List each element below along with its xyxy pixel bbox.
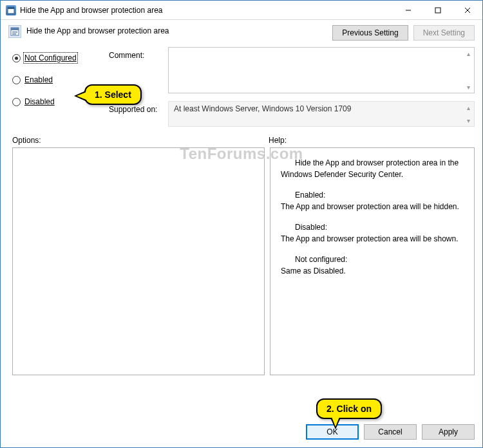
options-label: Options: (12, 136, 269, 145)
supported-on-value-box: At least Windows Server, Windows 10 Vers… (168, 101, 475, 127)
scroll-up-icon[interactable]: ▴ (464, 103, 473, 112)
minimize-button[interactable] (393, 1, 423, 20)
radio-icon (12, 98, 21, 106)
cancel-button[interactable]: Cancel (364, 424, 417, 440)
radio-not-configured[interactable]: Not Configured (12, 51, 109, 65)
help-line: Not configured: (281, 254, 464, 265)
radio-icon (12, 54, 21, 62)
apply-button[interactable]: Apply (422, 424, 475, 440)
title-bar: Hide the App and browser protection area (1, 1, 482, 20)
help-line: Enabled: (281, 189, 464, 201)
supported-on-value: At least Windows Server, Windows 10 Vers… (174, 104, 351, 113)
scroll-up-icon[interactable]: ▴ (464, 49, 473, 58)
annotation-select: 1. Select (84, 84, 142, 105)
panels: Hide the App and browser protection area… (1, 147, 482, 375)
window-controls (393, 1, 482, 20)
scroll-down-icon[interactable]: ▾ (464, 82, 473, 91)
scrollbar[interactable]: ▴ ▾ (464, 103, 473, 125)
annotation-click-on: 2. Click on (316, 398, 382, 419)
policy-icon (8, 25, 21, 38)
header: Hide the App and browser protection area… (1, 20, 482, 43)
scrollbar[interactable]: ▴ ▾ (464, 49, 473, 91)
next-setting-button[interactable]: Next Setting (413, 25, 475, 41)
help-label: Help: (269, 136, 287, 145)
window-title: Hide the App and browser protection area (20, 6, 162, 15)
help-panel: Hide the App and browser protection area… (270, 147, 475, 375)
svg-rect-3 (435, 8, 440, 13)
svg-rect-1 (8, 7, 14, 9)
help-line: Disabled: (281, 221, 464, 233)
help-paragraph: Not configured: Same as Disabled. (281, 254, 464, 277)
section-labels: Options: Help: (1, 127, 482, 147)
help-line: Same as Disabled. (281, 266, 346, 275)
fields: Comment: ▴ ▾ Supported on: At least Wind… (109, 47, 475, 127)
options-panel (12, 147, 265, 375)
policy-title: Hide the App and browser protection area (26, 25, 332, 35)
close-button[interactable] (453, 1, 482, 20)
scroll-down-icon[interactable]: ▾ (464, 116, 473, 125)
radio-label: Not Configured (24, 53, 77, 62)
radio-icon (12, 76, 21, 84)
help-paragraph: Enabled: The App and browser protection … (281, 189, 464, 212)
comment-input[interactable]: ▴ ▾ (168, 47, 475, 93)
help-paragraph: Disabled: The App and browser protection… (281, 221, 464, 245)
maximize-button[interactable] (423, 1, 453, 20)
window-icon (6, 5, 16, 15)
previous-setting-button[interactable]: Previous Setting (332, 25, 408, 41)
radio-label: Enabled (24, 75, 53, 84)
help-line: The App and browser protection area will… (281, 234, 459, 243)
header-nav: Previous Setting Next Setting (332, 25, 475, 41)
svg-rect-9 (12, 33, 16, 35)
help-paragraph: Hide the App and browser protection area… (281, 157, 464, 180)
svg-rect-7 (11, 28, 19, 30)
svg-rect-8 (12, 32, 17, 33)
config-area: Not Configured Enabled Disabled Comment:… (1, 43, 482, 127)
radio-label: Disabled (24, 97, 55, 106)
comment-label: Comment: (109, 47, 168, 60)
help-line: The App and browser protection area will… (281, 202, 459, 211)
